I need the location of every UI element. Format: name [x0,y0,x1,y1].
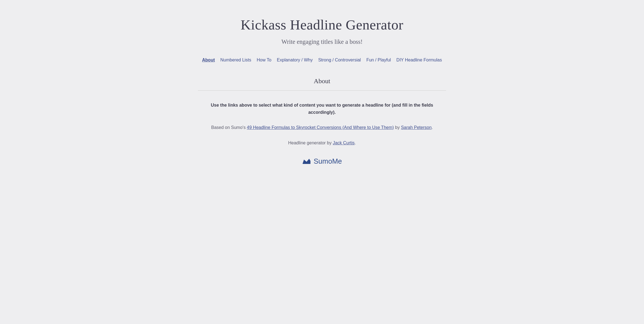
author-link-text: Sarah Peterson [401,125,431,130]
based-on-paragraph: Based on Sumo's 49 Headline Formulas to … [211,124,433,131]
svg-rect-1 [303,163,310,164]
crown-icon [302,158,311,165]
generator-prefix: Headline generator by [288,141,333,145]
sumome-branding: SumoMe [302,157,342,165]
generator-suffix: . [355,141,356,145]
nav-link-how-to[interactable]: How To [255,56,273,64]
section-title: About [198,77,446,85]
intro-text-content: Use the links above to select what kind … [211,103,433,115]
nav-link-numbered-lists[interactable]: Numbered Lists [219,56,253,64]
sumome-text: SumoMe [314,157,342,165]
nav-link-about[interactable]: About [200,56,216,64]
page-wrapper: Kickass Headline Generator Write engagin… [198,17,446,165]
nav-link-explanatory-why[interactable]: Explanatory / Why [275,56,314,64]
nav-link-strong-controversial[interactable]: Strong / Controversial [316,56,363,64]
nav-link-diy-headline-formulas[interactable]: DIY Headline Formulas [395,56,444,64]
author-suffix: . [432,125,433,130]
nav-link-fun-playful[interactable]: Fun / Playful [365,56,393,64]
generator-paragraph: Headline generator by Jack Curtis. [288,139,356,147]
section-body: Use the links above to select what kind … [198,102,446,165]
page-title: Kickass Headline Generator [241,17,403,33]
intro-paragraph: Use the links above to select what kind … [205,102,439,116]
page-subtitle: Write engaging titles like a boss! [281,38,363,45]
based-on-link-text: 49 Headline Formulas to Skyrocket Conver… [247,125,394,130]
generator-link[interactable]: Jack Curtis [333,141,355,145]
based-on-link[interactable]: 49 Headline Formulas to Skyrocket Conver… [247,125,394,130]
based-on-prefix: Based on Sumo's [211,125,247,130]
author-link[interactable]: Sarah Peterson [401,125,431,130]
generator-link-text: Jack Curtis [333,141,355,145]
about-section: About Use the links above to select what… [198,77,446,165]
based-on-suffix: by [394,125,401,130]
svg-marker-0 [303,159,310,163]
section-divider [198,90,446,91]
main-nav: About Numbered Lists How To Explanatory … [200,56,444,64]
